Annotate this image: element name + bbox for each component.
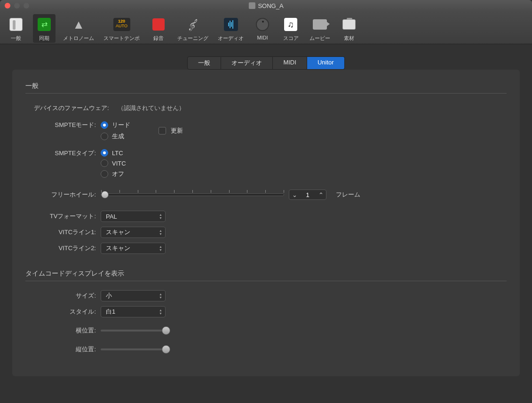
- freewheel-stepper[interactable]: ⌄ 1 ⌃: [289, 190, 326, 200]
- settings-panel: 一般 デバイスのファームウェア: （認識されていません） SMPTEモード: リ…: [12, 70, 520, 376]
- smpte-type-radio-1[interactable]: [101, 159, 108, 167]
- divider: [25, 93, 507, 94]
- toolbar-label: メトロノーム: [63, 35, 94, 42]
- toolbar-label: 同期: [39, 35, 49, 42]
- toolbar-movie[interactable]: ムービー: [308, 14, 332, 43]
- firmware-value: （認識されていません）: [114, 104, 185, 112]
- toolbar-label: チューニング: [177, 35, 208, 42]
- smpte-mode-radio-0[interactable]: [101, 121, 108, 129]
- freewheel-label: フリーホイール:: [25, 190, 101, 199]
- titlebar: SONG_A: [0, 0, 532, 11]
- update-label[interactable]: 更新: [171, 126, 183, 135]
- vitc2-value: スキャン: [106, 244, 130, 253]
- smpte-type-radio-2[interactable]: [101, 170, 108, 178]
- toolbar-score[interactable]: ♫スコア: [279, 14, 302, 43]
- smpte-type-label-1[interactable]: VITC: [112, 160, 126, 167]
- general-icon: [7, 15, 25, 34]
- smpte-type-radio-0[interactable]: [101, 149, 108, 157]
- smpte-mode-label: SMPTEモード:: [25, 121, 101, 129]
- stepper-down-icon[interactable]: ⌄: [289, 190, 300, 199]
- toolbar-label: 一般: [11, 35, 21, 42]
- slider-thumb[interactable]: [162, 326, 170, 335]
- hpos-label: 横位置:: [25, 326, 101, 335]
- tab-Unitor[interactable]: Unitor: [307, 56, 345, 70]
- hpos-slider[interactable]: [101, 330, 167, 332]
- vitc2-label: VITCライン2:: [25, 244, 101, 253]
- freewheel-slider[interactable]: [101, 193, 284, 196]
- toolbar-general[interactable]: 一般: [5, 14, 27, 43]
- toolbar-label: スコア: [283, 35, 299, 42]
- smpte-type-label-2[interactable]: オフ: [112, 170, 124, 178]
- freewheel-value: 1: [300, 191, 316, 198]
- smpte-mode-label-1[interactable]: 生成: [112, 132, 124, 141]
- window-controls: [0, 3, 29, 8]
- toolbar-label: ムービー: [310, 35, 330, 42]
- tab-一般[interactable]: 一般: [187, 56, 221, 70]
- vitc1-label: VITCライン1:: [25, 228, 101, 237]
- chevron-updown-icon: ▲▼: [159, 293, 162, 299]
- vpos-slider[interactable]: [101, 348, 167, 350]
- toolbar-tuning[interactable]: 𝄞チューニング: [175, 14, 210, 43]
- slider-thumb[interactable]: [101, 191, 109, 198]
- section-tcdisplay-title: タイムコードディスプレイを表示: [25, 269, 507, 278]
- movie-icon: [310, 15, 329, 34]
- toolbar-label: 録音: [153, 35, 164, 42]
- toolbar-label: オーディオ: [218, 35, 244, 42]
- vpos-label: 縦位置:: [25, 345, 101, 354]
- smpte-type-label-0[interactable]: LTC: [112, 150, 123, 157]
- zoom-icon[interactable]: [24, 3, 29, 8]
- toolbar-midi[interactable]: MIDI: [251, 14, 274, 43]
- toolbar-audio[interactable]: オーディオ: [216, 14, 246, 43]
- chevron-updown-icon: ▲▼: [159, 309, 162, 315]
- vitc2-select[interactable]: スキャン ▲▼: [101, 243, 166, 254]
- freewheel-unit: フレーム: [336, 190, 360, 199]
- tv-format-label: TVフォーマット:: [25, 212, 101, 221]
- firmware-label: デバイスのファームウェア:: [25, 104, 114, 112]
- toolbar-label: MIDI: [257, 35, 268, 40]
- close-icon[interactable]: [5, 3, 10, 8]
- toolbar-label: スマートテンポ: [103, 35, 140, 42]
- section-general-title: 一般: [25, 82, 507, 90]
- stepper-up-icon[interactable]: ⌃: [316, 190, 326, 199]
- tab-MIDI[interactable]: MIDI: [273, 56, 307, 70]
- divider: [25, 281, 507, 281]
- style-label: スタイル:: [25, 308, 101, 316]
- minimize-icon[interactable]: [14, 3, 20, 8]
- smart-tempo-icon: 120AUTO: [112, 15, 131, 34]
- smpte-mode-label-0[interactable]: リード: [112, 121, 130, 129]
- tv-format-select[interactable]: PAL ▲▼: [101, 211, 166, 222]
- chevron-updown-icon: ▲▼: [159, 245, 162, 252]
- toolbar-metronome[interactable]: ▲メトロノーム: [61, 14, 96, 43]
- tuning-icon: 𝄞: [183, 15, 202, 34]
- chevron-updown-icon: ▲▼: [159, 213, 162, 220]
- toolbar-assets[interactable]: 素材: [338, 14, 360, 43]
- toolbar: 一般⇄同期▲メトロノーム120AUTOスマートテンポ録音𝄞チューニングオーディオ…: [0, 11, 532, 44]
- chevron-updown-icon: ▲▼: [159, 229, 162, 236]
- document-icon: [248, 2, 255, 9]
- tv-format-value: PAL: [106, 213, 117, 220]
- record-icon: [149, 15, 168, 34]
- vitc1-value: スキャン: [106, 228, 130, 237]
- toolbar-label: 素材: [344, 35, 354, 42]
- smpte-mode-radio-1[interactable]: [101, 133, 108, 140]
- midi-icon: [253, 15, 272, 34]
- tab-オーディオ[interactable]: オーディオ: [221, 56, 273, 70]
- toolbar-sync[interactable]: ⇄同期: [33, 14, 56, 43]
- size-select[interactable]: 小 ▲▼: [101, 290, 166, 301]
- style-value: 白1: [106, 308, 115, 316]
- size-value: 小: [106, 292, 112, 300]
- audio-icon: [222, 15, 240, 34]
- update-checkbox[interactable]: [159, 127, 166, 134]
- smpte-type-label: SMPTEタイプ:: [25, 149, 101, 158]
- sync-icon: ⇄: [35, 15, 54, 34]
- metronome-icon: ▲: [69, 15, 88, 34]
- score-icon: ♫: [281, 15, 300, 34]
- toolbar-smart-tempo[interactable]: 120AUTOスマートテンポ: [102, 14, 142, 43]
- style-select[interactable]: 白1 ▲▼: [101, 306, 166, 317]
- assets-icon: [340, 15, 358, 34]
- tab-bar: 一般オーディオMIDIUnitor: [0, 56, 532, 70]
- vitc1-select[interactable]: スキャン ▲▼: [101, 227, 166, 238]
- slider-thumb[interactable]: [162, 345, 170, 354]
- size-label: サイズ:: [25, 292, 101, 300]
- toolbar-record[interactable]: 録音: [147, 14, 170, 43]
